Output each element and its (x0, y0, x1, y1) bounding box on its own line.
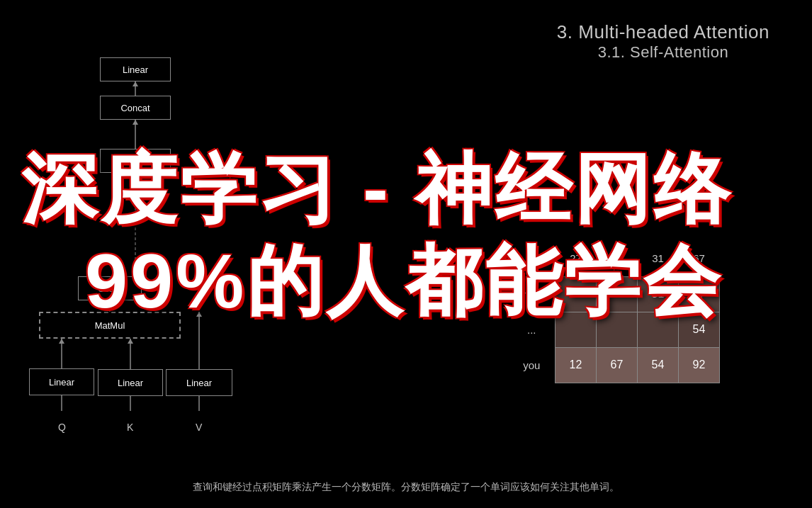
node-label-linear-k: Linear (118, 378, 143, 388)
cell-mid-2 (597, 312, 638, 347)
cell-how-2: 89 (597, 276, 638, 312)
cell-how-3: 31 (638, 276, 679, 312)
svg-marker-9 (59, 339, 64, 344)
svg-marker-11 (128, 339, 133, 344)
node-label-linear-top: Linear (123, 64, 148, 75)
table-row-partial: how 27 89 31 67 (514, 276, 720, 312)
cell-you-3: 54 (638, 347, 679, 383)
cell-you-4: 92 (679, 347, 720, 383)
title-line1: 3. Multi-headed Attention (557, 21, 769, 43)
table-corner (514, 241, 556, 276)
cell-mid-3 (638, 312, 679, 347)
node-linear-v: Linear (166, 369, 232, 396)
row-label-you: you (514, 347, 556, 383)
svg-marker-13 (196, 312, 202, 317)
node-label-linear-v: Linear (186, 378, 212, 388)
attention-table-area: 27 89 31 67 how 27 89 31 67 ... 54 (514, 241, 721, 383)
node-label-concat: Concat (120, 103, 150, 113)
node-linear-top: Linear (100, 57, 171, 81)
svg-marker-1 (132, 81, 138, 86)
table-row-middle: ... 54 (514, 312, 720, 347)
node-linear-k: Linear (98, 369, 163, 396)
bottom-subtitle: 查询和键经过点积矩阵乘法产生一个分数矩阵。分数矩阵确定了一个单词应该如何关注其他… (0, 475, 812, 499)
cell-you-1: 12 (556, 347, 597, 383)
cell-mid-4: 54 (679, 312, 720, 347)
node-matmul-mid: MatMul (39, 312, 181, 339)
table-row-you: you 12 67 54 92 (514, 347, 720, 383)
title-line2: 3.1. Self-Attention (557, 43, 769, 62)
cell-how-4: 67 (679, 276, 720, 312)
attention-table: 27 89 31 67 how 27 89 31 67 ... 54 (514, 241, 721, 383)
cell-mid-1 (556, 312, 597, 347)
row-label-dots: ... (514, 312, 556, 347)
row-label-how: how (514, 276, 556, 312)
node-linear-q: Linear (29, 368, 94, 395)
svg-marker-3 (132, 120, 138, 125)
node-scale: Scale (78, 276, 142, 300)
label-q: Q (58, 422, 66, 433)
label-k: K (127, 422, 133, 433)
col-header-1: 27 (556, 241, 597, 276)
node-label-scale: Scale (98, 283, 122, 294)
node-label-matmul-top: MatMul (120, 156, 151, 166)
node-concat: Concat (100, 96, 171, 120)
cell-how-1: 27 (556, 276, 597, 312)
cell-you-2: 67 (597, 347, 638, 383)
col-header-4: 67 (679, 241, 720, 276)
label-v: V (196, 422, 202, 433)
col-header-2: 89 (597, 241, 638, 276)
top-right-title: 3. Multi-headed Attention 3.1. Self-Atte… (557, 21, 769, 62)
col-header-3: 31 (638, 241, 679, 276)
node-label-linear-q: Linear (49, 377, 74, 388)
node-label-matmul-mid: MatMul (95, 320, 125, 331)
svg-marker-7 (107, 300, 113, 305)
h-label: H... (138, 184, 154, 196)
node-matmul-top: MatMul (100, 149, 171, 173)
